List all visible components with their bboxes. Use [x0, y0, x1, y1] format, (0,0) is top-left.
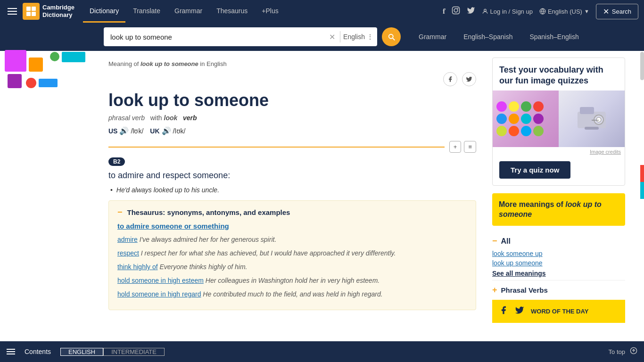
thesaurus-header[interactable]: − Thesaurus: synonyms, antonyms, and exa… [117, 207, 467, 217]
image-credits-link[interactable]: Image credits [493, 147, 625, 156]
language-label: English [343, 33, 365, 41]
main-nav-links: Dictionary Translate Grammar Thesaurus +… [83, 0, 285, 23]
meanings-collapse-icon[interactable]: − [492, 236, 497, 246]
scrollbar-thumb[interactable] [640, 52, 644, 80]
level-badge: B2 [108, 157, 125, 166]
circle-2 [509, 101, 519, 112]
thesaurus-link-high-regard[interactable]: hold someone in high regard [117, 290, 201, 298]
decorative-blocks [0, 45, 99, 93]
quiz-images [493, 90, 625, 147]
thesaurus-link-think-highly[interactable]: think highly of [117, 263, 158, 271]
quiz-image-circles [493, 90, 559, 147]
quiz-title: Test your vocabulary with our fun image … [493, 58, 625, 90]
thesaurus-link-high-esteem[interactable]: hold someone in high esteem [117, 277, 204, 284]
language-options-icon[interactable]: ⋮ [367, 33, 373, 41]
circles-grid [493, 98, 559, 140]
social-facebook-icon[interactable] [499, 305, 508, 317]
phrasal-verbs-label: Phrasal Verbs [501, 286, 548, 294]
circle-7 [521, 114, 531, 124]
meanings-all-section: − All look someone up look up someone Se… [492, 231, 625, 277]
uk-audio-button[interactable]: 🔊 [162, 126, 171, 135]
phrasal-verbs-section[interactable]: + Phrasal Verbs [492, 280, 625, 300]
deco-blue-rect [39, 79, 58, 87]
search-input-wrap: ✕ English ⋮ [104, 27, 377, 46]
hamburger-menu[interactable] [6, 6, 19, 16]
sewing-machine-icon [573, 98, 611, 140]
def-divider: + ≡ [108, 141, 476, 153]
brand-text: Cambridge Dictionary [42, 4, 74, 18]
svg-point-5 [454, 8, 458, 12]
search-clear-icon[interactable]: ✕ [327, 33, 337, 41]
nav-right: 𝐟 Log in / Sign up English (US) ▼ ✕ Sear… [443, 4, 638, 19]
social-twitter-icon[interactable] [515, 305, 524, 317]
see-all-meanings-link[interactable]: See all meanings [492, 270, 625, 277]
sub-nav-grammar[interactable]: Grammar [410, 27, 455, 46]
thesaurus-entry-high-regard: hold someone in high regard He contribut… [117, 289, 467, 299]
accent-strip-teal [640, 182, 644, 199]
login-button[interactable]: Log in / Sign up [482, 8, 533, 15]
thesaurus-entry-high-esteem: hold someone in high esteem Her colleagu… [117, 276, 467, 286]
def-actions: + ≡ [449, 141, 476, 153]
quiz-image-sewing [559, 90, 625, 147]
quiz-box: Test your vocabulary with our fun image … [492, 58, 625, 186]
meaning-look-someone-up[interactable]: look someone up [492, 250, 625, 257]
facebook-icon[interactable]: 𝐟 [443, 7, 445, 16]
phrasal-expand-icon[interactable]: + [492, 285, 497, 295]
thesaurus-subhead[interactable]: to admire someone or something [117, 222, 467, 230]
content-area: Meaning of look up to someone in English… [99, 51, 486, 329]
svg-rect-3 [32, 12, 36, 16]
nav-plus[interactable]: +Plus [255, 0, 285, 23]
thesaurus-link-admire[interactable]: admire [117, 236, 138, 243]
more-meanings-title: More meanings of look up to someone [499, 200, 619, 220]
thesaurus-link-respect[interactable]: respect [117, 249, 139, 257]
part-of-speech: phrasal verb [108, 114, 145, 122]
pronunciation: US 🔊 /lʊk/ UK 🔊 /lʊk/ [108, 126, 476, 135]
sub-nav-english-spanish[interactable]: English–Spanish [455, 27, 521, 46]
nav-translate[interactable]: Translate [126, 0, 167, 23]
add-to-list-button[interactable]: + [449, 141, 462, 153]
nav-grammar[interactable]: Grammar [168, 0, 209, 23]
meaning-look-up-someone[interactable]: look up someone [492, 259, 625, 267]
search-input[interactable] [107, 33, 327, 41]
circle-3 [521, 101, 531, 112]
bullet: • [110, 186, 113, 194]
instagram-icon[interactable] [452, 6, 460, 16]
language-selector[interactable]: English (US) ▼ [539, 8, 589, 15]
circle-12 [533, 126, 544, 136]
search-button-top[interactable]: ✕ Search [596, 4, 638, 19]
circle-10 [509, 126, 519, 136]
base-word: look [164, 114, 178, 122]
list-view-button[interactable]: ≡ [464, 141, 476, 153]
logo-icon [23, 3, 40, 20]
thesaurus-collapse-icon[interactable]: − [117, 207, 123, 217]
right-sidebar: Test your vocabulary with our fun image … [486, 51, 632, 329]
deco-purple [5, 50, 26, 72]
sub-nav-spanish-english[interactable]: Spanish–English [521, 27, 587, 46]
nav-thesaurus[interactable]: Thesaurus [210, 0, 254, 23]
logo-area: Cambridge Dictionary [23, 3, 74, 20]
circle-1 [496, 101, 507, 112]
deco-red-circle [26, 78, 36, 88]
nav-dictionary[interactable]: Dictionary [83, 0, 125, 23]
svg-rect-0 [26, 7, 31, 11]
circle-6 [509, 114, 519, 124]
share-facebook-button[interactable] [443, 72, 457, 86]
share-twitter-button[interactable] [462, 72, 476, 86]
twitter-icon[interactable] [467, 6, 475, 16]
pron-us: US 🔊 /lʊk/ [108, 126, 143, 135]
deco-deep-purple [8, 74, 22, 88]
social-share-bottom: WORD OF THE DAY [492, 300, 625, 323]
circle-11 [521, 126, 531, 136]
definition: to admire and respect someone: [108, 171, 476, 181]
breadcrumb: Meaning of look up to someone in English [108, 60, 476, 67]
word-title: look up to someone [108, 90, 476, 110]
try-quiz-button[interactable]: Try a quiz now [499, 161, 570, 179]
circle-8 [533, 114, 544, 124]
thesaurus-entry-respect: respect I respect her for what she has a… [117, 248, 467, 258]
search-go-button[interactable] [382, 27, 401, 46]
meanings-all-header: − All [492, 236, 625, 246]
us-audio-button[interactable]: 🔊 [119, 126, 129, 135]
circle-9 [496, 126, 507, 136]
svg-rect-2 [26, 12, 31, 16]
svg-rect-4 [452, 7, 459, 14]
